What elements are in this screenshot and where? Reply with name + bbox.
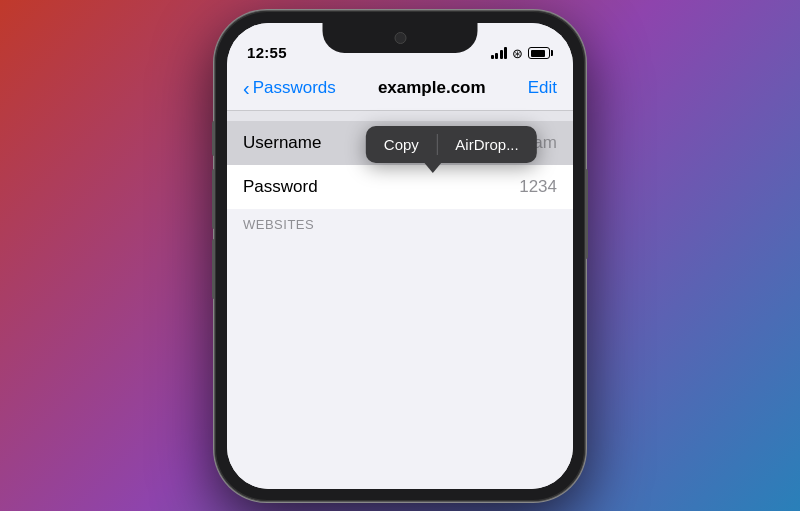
mute-button[interactable] — [212, 121, 215, 156]
username-container: Username shivam Copy AirDrop... — [227, 121, 573, 165]
chevron-left-icon: ‹ — [243, 78, 250, 98]
wifi-icon: ⊛ — [512, 46, 523, 61]
back-button[interactable]: ‹ Passwords — [243, 78, 336, 98]
power-button[interactable] — [585, 169, 588, 259]
status-icons: ⊛ — [491, 46, 554, 61]
airdrop-button[interactable]: AirDrop... — [437, 126, 536, 163]
edit-button[interactable]: Edit — [528, 78, 557, 98]
volume-down-button[interactable] — [212, 239, 215, 299]
credentials-section: Username shivam Copy AirDrop... Password… — [227, 121, 573, 209]
signal-icon — [491, 47, 508, 59]
page-title: example.com — [378, 78, 486, 98]
content-area: Username shivam Copy AirDrop... Password… — [227, 121, 573, 489]
password-label: Password — [243, 177, 318, 197]
camera — [394, 32, 406, 44]
password-row[interactable]: Password 1234 — [227, 165, 573, 209]
websites-section-label: WEBSITES — [227, 209, 573, 236]
username-label: Username — [243, 133, 321, 153]
volume-up-button[interactable] — [212, 169, 215, 229]
menu-arrow — [423, 161, 443, 173]
back-label: Passwords — [253, 78, 336, 98]
phone-screen: 12:55 ⊛ ‹ Pas — [227, 23, 573, 489]
status-time: 12:55 — [247, 44, 287, 61]
battery-icon — [528, 47, 553, 59]
copy-button[interactable]: Copy — [366, 126, 437, 163]
nav-bar: ‹ Passwords example.com Edit — [227, 67, 573, 111]
password-value: 1234 — [519, 177, 557, 197]
context-menu: Copy AirDrop... — [366, 126, 537, 163]
notch — [323, 23, 478, 53]
separator — [227, 111, 573, 121]
phone-frame: 12:55 ⊛ ‹ Pas — [215, 11, 585, 501]
